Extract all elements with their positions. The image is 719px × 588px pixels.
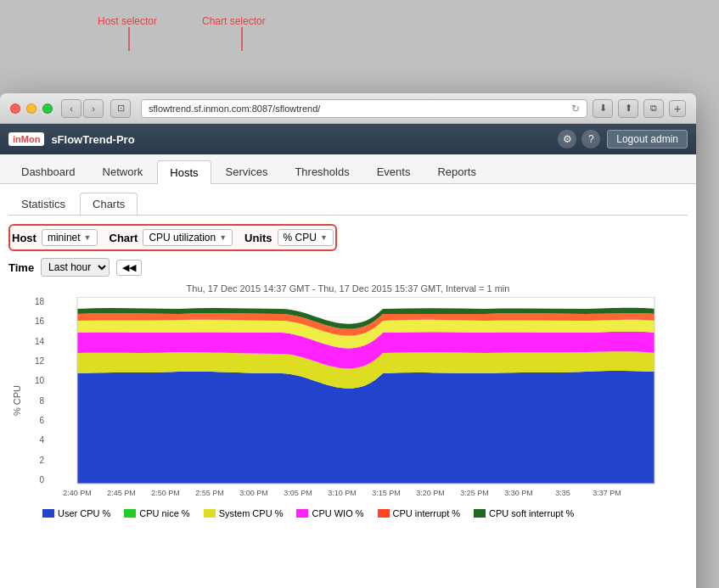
legend-label-cpu-nice: CPU nice % bbox=[139, 508, 189, 518]
svg-text:3:15 PM: 3:15 PM bbox=[372, 489, 401, 497]
chart-svg-container: 2:40 PM 2:45 PM 2:50 PM 2:55 PM 3:00 PM … bbox=[44, 297, 688, 503]
y-tick: 8 bbox=[25, 396, 44, 406]
time-nav-button[interactable]: ◀◀ bbox=[116, 260, 142, 276]
download-button[interactable]: ⬇ bbox=[593, 99, 613, 118]
url-text: sflowtrend.sf.inmon.com:8087/sflowtrend/ bbox=[149, 104, 320, 114]
legend-swatch-cpu-interrupt bbox=[378, 509, 390, 518]
time-label: Time bbox=[8, 261, 34, 274]
mac-window: ‹ › ⊡ sflowtrend.sf.inmon.com:8087/sflow… bbox=[0, 93, 696, 588]
legend-label-system-cpu: System CPU % bbox=[219, 508, 284, 518]
chart-legend: User CPU % CPU nice % System CPU % bbox=[8, 508, 688, 518]
chart-timestamp: Thu, 17 Dec 2015 14:37 GMT - Thu, 17 Dec… bbox=[8, 283, 688, 294]
maximize-button[interactable] bbox=[42, 104, 53, 114]
legend-swatch-system-cpu bbox=[204, 509, 216, 518]
legend-item-cpu-interrupt: CPU interrupt % bbox=[378, 508, 460, 518]
chart-value: CPU utilization bbox=[149, 232, 216, 244]
browser-actions: ⬇ ⬆ ⧉ + bbox=[593, 99, 686, 118]
legend-label-cpu-soft-interrupt: CPU soft interrupt % bbox=[489, 508, 574, 518]
units-label: Units bbox=[244, 232, 272, 244]
y-ticks: 18 16 14 12 10 8 6 4 2 0 bbox=[25, 297, 44, 503]
close-button[interactable] bbox=[10, 104, 20, 114]
app-header: inMon sFlowTrend-Pro ⚙ ? Logout admin bbox=[0, 124, 696, 154]
tab-thresholds[interactable]: Thresholds bbox=[282, 160, 362, 183]
header-icons: ⚙ ? bbox=[558, 130, 600, 148]
chart-with-axes: % CPU 18 16 14 12 10 8 6 4 2 0 bbox=[8, 297, 688, 503]
forward-button[interactable]: › bbox=[83, 99, 104, 118]
title-bar: ‹ › ⊡ sflowtrend.sf.inmon.com:8087/sflow… bbox=[0, 93, 696, 124]
y-axis-label: % CPU bbox=[8, 297, 25, 503]
chart-label: Chart bbox=[110, 232, 138, 244]
chart-svg: 2:40 PM 2:45 PM 2:50 PM 2:55 PM 3:00 PM … bbox=[44, 297, 688, 501]
time-row: Time Last hour ◀◀ bbox=[8, 258, 688, 277]
svg-text:2:45 PM: 2:45 PM bbox=[107, 489, 136, 497]
nav-buttons: ‹ › bbox=[61, 99, 104, 118]
annotation-lines bbox=[0, 8, 719, 51]
y-tick: 6 bbox=[25, 416, 44, 425]
host-value: mininet bbox=[48, 232, 81, 244]
legend-label-cpu-wio: CPU WIO % bbox=[312, 508, 363, 518]
new-tab-button[interactable]: + bbox=[669, 100, 686, 117]
units-value: % CPU bbox=[284, 232, 317, 244]
tab-network[interactable]: Network bbox=[90, 160, 156, 183]
controls-row: Host mininet ▼ Chart CPU utilization ▼ U… bbox=[8, 224, 337, 251]
app-title: sFlowTrend-Pro bbox=[51, 133, 558, 146]
tabs-button[interactable]: ⧉ bbox=[643, 99, 664, 118]
host-dropdown-arrow: ▼ bbox=[84, 233, 92, 242]
time-selector[interactable]: Last hour bbox=[41, 258, 110, 277]
content-area: Statistics Charts Host mininet ▼ Chart C… bbox=[0, 184, 696, 588]
tab-events[interactable]: Events bbox=[364, 160, 424, 183]
svg-text:2:50 PM: 2:50 PM bbox=[151, 489, 180, 497]
help-icon[interactable]: ? bbox=[581, 130, 600, 148]
reload-icon[interactable]: ↻ bbox=[571, 103, 580, 115]
svg-text:3:10 PM: 3:10 PM bbox=[328, 489, 357, 497]
sub-tab-charts[interactable]: Charts bbox=[80, 193, 138, 215]
legend-label-user-cpu: User CPU % bbox=[58, 508, 110, 518]
svg-text:3:00 PM: 3:00 PM bbox=[239, 489, 268, 497]
y-tick: 12 bbox=[25, 356, 44, 366]
y-tick: 2 bbox=[25, 456, 44, 465]
tab-dashboard[interactable]: Dashboard bbox=[8, 160, 88, 183]
svg-text:3:35: 3:35 bbox=[555, 489, 570, 497]
url-bar[interactable]: sflowtrend.sf.inmon.com:8087/sflowtrend/… bbox=[141, 99, 587, 118]
legend-label-cpu-interrupt: CPU interrupt % bbox=[393, 508, 460, 518]
svg-text:3:25 PM: 3:25 PM bbox=[460, 489, 489, 497]
main-nav: Dashboard Network Hosts Services Thresho… bbox=[0, 154, 696, 184]
y-tick: 0 bbox=[25, 475, 44, 484]
host-selector[interactable]: mininet ▼ bbox=[42, 229, 98, 246]
tab-services[interactable]: Services bbox=[213, 160, 281, 183]
app-content: inMon sFlowTrend-Pro ⚙ ? Logout admin Da… bbox=[0, 124, 696, 588]
y-tick: 16 bbox=[25, 316, 44, 326]
svg-text:2:55 PM: 2:55 PM bbox=[195, 489, 224, 497]
host-label: Host bbox=[12, 232, 37, 244]
legend-item-cpu-soft-interrupt: CPU soft interrupt % bbox=[474, 508, 574, 518]
tab-button[interactable]: ⊡ bbox=[110, 99, 131, 118]
minimize-button[interactable] bbox=[26, 104, 37, 114]
share-button[interactable]: ⬆ bbox=[618, 99, 638, 118]
y-tick: 4 bbox=[25, 435, 44, 445]
tab-hosts[interactable]: Hosts bbox=[157, 160, 211, 184]
units-dropdown-arrow: ▼ bbox=[320, 233, 328, 242]
traffic-lights bbox=[10, 104, 53, 114]
chart-container: Thu, 17 Dec 2015 14:37 GMT - Thu, 17 Dec… bbox=[8, 283, 688, 518]
chart-selector[interactable]: CPU utilization ▼ bbox=[143, 229, 233, 246]
units-selector[interactable]: % CPU ▼ bbox=[278, 229, 334, 246]
legend-item-cpu-wio: CPU WIO % bbox=[296, 508, 363, 518]
app-logo: inMon bbox=[8, 132, 44, 146]
tab-reports[interactable]: Reports bbox=[424, 160, 489, 183]
legend-swatch-cpu-nice bbox=[124, 509, 136, 518]
legend-item-cpu-nice: CPU nice % bbox=[124, 508, 189, 518]
logout-button[interactable]: Logout admin bbox=[607, 130, 688, 148]
sub-tab-statistics[interactable]: Statistics bbox=[8, 193, 78, 215]
legend-item-system-cpu: System CPU % bbox=[204, 508, 284, 518]
back-button[interactable]: ‹ bbox=[61, 99, 81, 118]
chart-selector-annotation: Chart selector bbox=[202, 15, 266, 27]
chart-dropdown-arrow: ▼ bbox=[219, 233, 227, 242]
settings-icon[interactable]: ⚙ bbox=[558, 130, 576, 148]
y-tick: 10 bbox=[25, 376, 44, 385]
svg-text:3:20 PM: 3:20 PM bbox=[416, 489, 445, 497]
y-tick: 18 bbox=[25, 297, 44, 306]
legend-item-user-cpu: User CPU % bbox=[42, 508, 110, 518]
legend-swatch-cpu-soft-interrupt bbox=[474, 509, 486, 518]
host-selector-annotation: Host selector bbox=[98, 15, 157, 27]
svg-text:3:30 PM: 3:30 PM bbox=[504, 489, 533, 497]
